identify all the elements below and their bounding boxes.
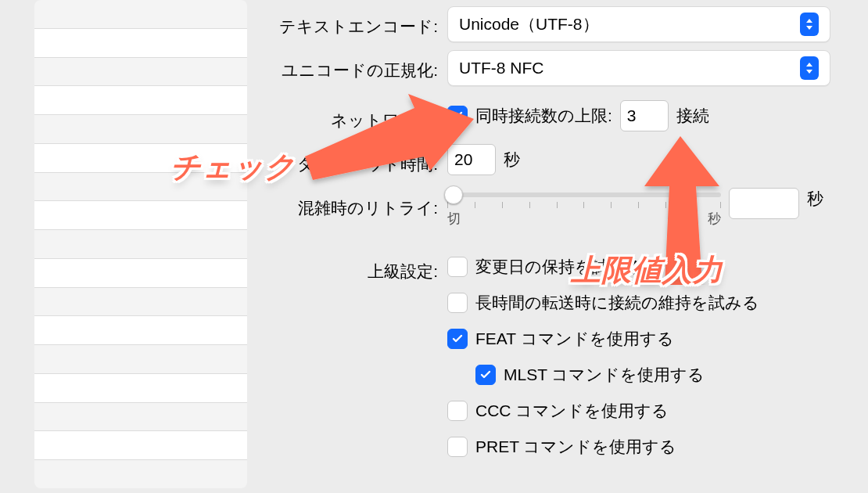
connection-limit-unit: 接続 — [676, 105, 709, 127]
feat-checkbox[interactable] — [447, 329, 468, 349]
timeout-input[interactable]: 20 — [447, 144, 496, 175]
text-encoding-select[interactable]: Unicode（UTF-8） — [447, 6, 830, 42]
sidebar — [0, 0, 260, 493]
list-item[interactable] — [34, 431, 247, 460]
normalization-value: UTF-8 NFC — [459, 59, 544, 77]
checkmark-icon — [479, 369, 492, 381]
preserve-mtime-label: 変更日の保持を試みる — [475, 256, 643, 278]
list-item[interactable] — [34, 0, 247, 29]
list-item[interactable] — [34, 345, 247, 374]
pret-checkbox[interactable] — [447, 437, 468, 457]
normalization-select[interactable]: UTF-8 NFC — [447, 50, 830, 86]
list-item[interactable] — [34, 86, 247, 115]
advanced-label: 上級設定: — [260, 251, 447, 282]
ccc-label: CCC コマンドを使用する — [475, 400, 669, 422]
preserve-mtime-checkbox[interactable] — [447, 257, 468, 277]
keepalive-label: 長時間の転送時に接続の維持を試みる — [475, 292, 759, 314]
list-item[interactable] — [34, 230, 247, 259]
pret-label: PRET コマンドを使用する — [475, 436, 676, 458]
timeout-label: タイムアウト時間: — [260, 144, 447, 175]
mlst-checkbox[interactable] — [475, 365, 496, 385]
network-label: ネットワーク: — [260, 100, 447, 131]
connection-limit-checkbox[interactable] — [447, 106, 468, 126]
list-item[interactable] — [34, 403, 247, 432]
retry-input[interactable] — [729, 188, 799, 219]
list-item[interactable] — [34, 288, 247, 317]
retry-min-label: 切 — [447, 210, 461, 228]
retry-unit: 秒 — [807, 188, 823, 210]
ccc-checkbox[interactable] — [447, 401, 468, 421]
checkmark-icon — [451, 110, 464, 122]
chevron-up-down-icon — [800, 56, 819, 80]
retry-label: 混雑時のリトライ: — [260, 188, 447, 219]
text-encoding-value: Unicode（UTF-8） — [459, 13, 599, 35]
checkmark-icon — [451, 333, 464, 345]
keepalive-checkbox[interactable] — [447, 293, 468, 313]
list-item[interactable] — [34, 259, 247, 288]
list-item[interactable] — [34, 144, 247, 173]
connection-limit-input[interactable]: 3 — [620, 100, 669, 131]
list-item[interactable] — [34, 29, 247, 58]
text-encoding-label: テキストエンコード: — [260, 6, 447, 38]
mlst-label: MLST コマンドを使用する — [504, 364, 705, 386]
connection-limit-label: 同時接続数の上限: — [475, 105, 612, 127]
retry-max-label: 秒 — [708, 210, 721, 228]
list-item[interactable] — [34, 58, 247, 87]
list-item[interactable] — [34, 316, 247, 345]
list-item[interactable] — [34, 374, 247, 403]
retry-slider[interactable]: 切 秒 — [447, 193, 721, 228]
chevron-up-down-icon — [800, 13, 819, 36]
feat-label: FEAT コマンドを使用する — [475, 328, 674, 350]
list-item[interactable] — [34, 173, 247, 202]
sidebar-source-list[interactable] — [34, 0, 247, 488]
normalization-label: ユニコードの正規化: — [260, 50, 447, 81]
list-item[interactable] — [34, 201, 247, 230]
timeout-unit: 秒 — [504, 149, 520, 171]
list-item[interactable] — [34, 115, 247, 144]
settings-form: テキストエンコード: Unicode（UTF-8） ユニコードの正規化: UTF… — [260, 0, 868, 493]
list-item[interactable] — [34, 460, 247, 488]
